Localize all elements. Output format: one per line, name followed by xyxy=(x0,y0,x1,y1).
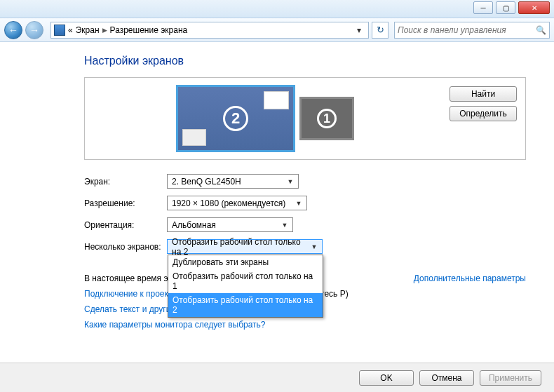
identify-button[interactable]: Определить xyxy=(450,106,517,121)
dialog-footer: OK Отмена Применить xyxy=(0,363,554,392)
monitor-number: 1 xyxy=(317,109,337,128)
current-display-text: В настоящее время эт xyxy=(84,273,172,283)
cancel-button[interactable]: Отмена xyxy=(419,370,474,386)
address-dropdown-icon[interactable]: ▾ xyxy=(353,25,365,35)
dropdown-option[interactable]: Дублировать эти экраны xyxy=(168,255,323,269)
close-button[interactable]: ✕ xyxy=(518,1,550,14)
screen-select[interactable]: 2. BenQ GL2450H ▼ xyxy=(167,174,299,189)
screen-label: Экран: xyxy=(84,177,167,187)
monitor-number: 2 xyxy=(223,106,248,131)
dropdown-option-selected[interactable]: Отобразить рабочий стол только на 2 xyxy=(168,293,323,317)
breadcrumb-arrow-icon: ▶ xyxy=(102,27,107,34)
which-monitor-link[interactable]: Какие параметры монитора следует выбрать… xyxy=(84,320,266,330)
window-thumb-icon xyxy=(182,129,206,146)
multiple-displays-select[interactable]: Отобразить рабочий стол только на 2 ▼ Ду… xyxy=(167,239,323,254)
orientation-label: Ориентация: xyxy=(84,220,167,230)
multiple-displays-label: Несколько экранов: xyxy=(84,242,167,252)
nav-back-button[interactable]: ← xyxy=(4,21,22,39)
nav-forward-button[interactable]: → xyxy=(25,21,43,39)
monitor-2[interactable]: 2 xyxy=(176,85,295,152)
monitor-1[interactable]: 1 xyxy=(299,97,354,140)
control-panel-icon xyxy=(54,25,65,36)
chevron-down-icon: ▼ xyxy=(285,178,295,185)
find-button[interactable]: Найти xyxy=(450,86,517,102)
window-thumb-icon xyxy=(264,91,289,109)
breadcrumb-current[interactable]: Разрешение экрана xyxy=(110,25,188,35)
minimize-button[interactable]: ─ xyxy=(473,1,493,14)
orientation-select[interactable]: Альбомная ▼ xyxy=(167,217,293,232)
chevron-down-icon: ▼ xyxy=(280,222,290,229)
resolution-label: Разрешение: xyxy=(84,198,167,208)
ok-button[interactable]: OK xyxy=(359,370,414,386)
address-bar[interactable]: « Экран ▶ Разрешение экрана ▾ xyxy=(50,22,369,39)
dropdown-option[interactable]: Отобразить рабочий стол только на 1 xyxy=(168,269,323,293)
resolution-select[interactable]: 1920 × 1080 (рекомендуется) ▼ xyxy=(167,196,307,210)
breadcrumb-root[interactable]: Экран xyxy=(76,25,100,35)
multiple-displays-dropdown: Дублировать эти экраны Отобразить рабочи… xyxy=(168,255,323,318)
breadcrumb-prefix: « xyxy=(68,25,73,35)
page-heading: Настройки экранов xyxy=(84,55,526,67)
monitor-arrangement-box: 2 1 Найти Определить xyxy=(84,77,526,160)
chevron-down-icon: ▼ xyxy=(294,200,304,207)
refresh-button[interactable]: ↻ xyxy=(372,22,389,39)
search-input[interactable] xyxy=(398,25,536,35)
search-box[interactable]: 🔍 xyxy=(394,22,550,39)
titlebar: ─ ▢ ✕ xyxy=(0,0,554,18)
content-area: Настройки экранов 2 1 Найти Определить Э… xyxy=(0,42,554,363)
chevron-down-icon: ▼ xyxy=(309,243,319,250)
search-icon[interactable]: 🔍 xyxy=(536,25,546,35)
additional-params-link[interactable]: Дополнительные параметры xyxy=(414,273,526,283)
navbar: ← → « Экран ▶ Разрешение экрана ▾ ↻ 🔍 xyxy=(0,18,554,42)
maximize-button[interactable]: ▢ xyxy=(496,1,515,14)
monitor-preview[interactable]: 2 1 xyxy=(90,83,440,154)
apply-button[interactable]: Применить xyxy=(480,370,541,386)
